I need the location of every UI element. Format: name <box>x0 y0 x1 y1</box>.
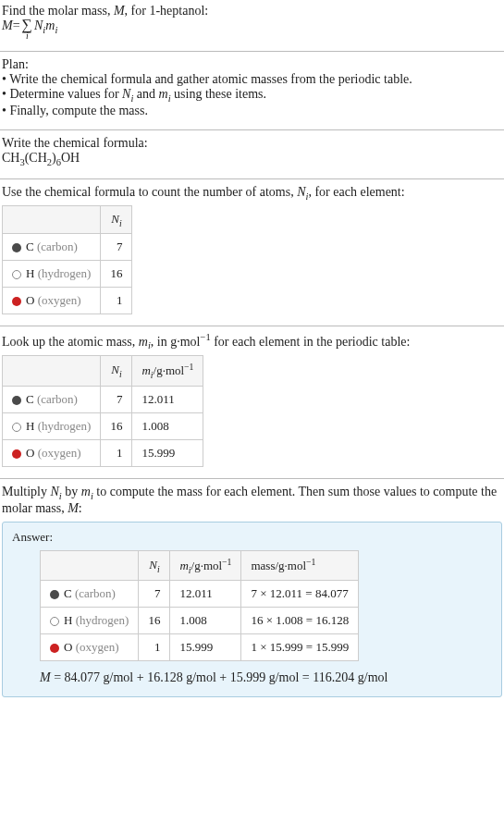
element-cell: H (hydrogen) <box>3 261 101 288</box>
element-symbol: O <box>64 640 72 654</box>
sum-symbol: ∑ i <box>22 18 32 40</box>
count-value: 7 <box>139 581 170 608</box>
col-ni: Ni <box>139 550 170 581</box>
atom-count-table: Ni C (carbon) 7 H (hydrogen) 16 O (oxyge… <box>2 205 132 315</box>
sum-index: i <box>26 31 29 40</box>
section-text: Look up the atomic mass, mi, in g·mol−1 … <box>2 332 502 350</box>
result-section: Multiply Ni by mi to compute the mass fo… <box>0 481 504 518</box>
var-n: N <box>297 185 305 199</box>
col-mass: mass/g·mol−1 <box>241 550 359 581</box>
element-name: (oxygen) <box>34 446 80 460</box>
col-ni: Ni <box>101 355 132 386</box>
table-row: O (oxygen) 1 15.999 <box>3 439 203 466</box>
final-calc: = 84.077 g/mol + 16.128 g/mol + 15.999 g… <box>51 670 388 684</box>
element-name: (carbon) <box>34 392 78 406</box>
count-value: 7 <box>101 234 132 261</box>
table-row: O (oxygen) 1 <box>3 288 132 314</box>
sigma: ∑ <box>22 18 32 31</box>
col-ni: Ni <box>101 205 132 234</box>
section-text: Use the chemical formula to count the nu… <box>2 185 502 202</box>
divider <box>0 178 504 179</box>
element-cell: H (hydrogen) <box>41 608 139 634</box>
col-mi: mi/g·mol−1 <box>132 355 203 386</box>
var-M: M <box>40 670 51 684</box>
count-value: 16 <box>101 261 132 288</box>
text: , for 1-heptanol: <box>125 4 209 18</box>
plan-section: Plan: • Write the chemical formula and g… <box>0 54 504 128</box>
element-dot-hydrogen <box>12 270 21 279</box>
element-symbol: C <box>26 392 34 406</box>
divider <box>0 129 504 130</box>
mass-value: 12.011 <box>132 386 203 412</box>
chemical-formula: CH3(CH2)6OH <box>2 151 502 167</box>
answer-label: Answer: <box>12 530 492 545</box>
count-value: 16 <box>139 608 170 634</box>
empty-header <box>3 205 101 234</box>
table-row: C (carbon) 7 <box>3 234 132 261</box>
atomic-mass-section: Look up the atomic mass, mi, in g·mol−1 … <box>0 328 504 475</box>
atom-count-section: Use the chemical formula to count the nu… <box>0 181 504 324</box>
element-name: (hydrogen) <box>34 419 91 433</box>
text: for each element in the periodic table: <box>211 335 411 349</box>
table-row: O (oxygen) 1 15.999 1 × 15.999 = 15.999 <box>41 634 359 661</box>
molar-mass-equation: M = ∑ i Nimi <box>2 18 502 40</box>
var-m: m <box>139 335 148 349</box>
element-symbol: H <box>64 613 72 627</box>
eq-lhs: M <box>2 18 13 33</box>
section-title: Write the chemical formula: <box>2 136 502 151</box>
mass-value: 1.008 <box>132 412 203 439</box>
divider <box>0 478 504 479</box>
atomic-mass-table: Ni mi/g·mol−1 C (carbon) 7 12.011 H (hyd… <box>2 355 203 467</box>
element-cell: C (carbon) <box>3 386 101 412</box>
element-symbol: C <box>64 586 72 600</box>
count-value: 1 <box>101 439 132 466</box>
element-dot-carbon <box>12 243 21 252</box>
formula-part: CH <box>2 151 19 165</box>
element-name: (hydrogen) <box>34 266 91 280</box>
element-name: (hydrogen) <box>72 613 129 627</box>
element-dot-carbon <box>12 396 21 405</box>
var-m: m <box>81 485 91 498</box>
chem-formula-section: Write the chemical formula: CH3(CH2)6OH <box>0 132 504 177</box>
plan-item: • Write the chemical formula and gather … <box>2 72 502 87</box>
text: Find the molar mass, <box>2 4 114 18</box>
text: Use the chemical formula to count the nu… <box>2 185 297 199</box>
element-cell: O (oxygen) <box>3 439 101 466</box>
eq-sign: = <box>13 18 20 33</box>
element-symbol: O <box>26 293 34 307</box>
element-dot-oxygen <box>12 297 21 306</box>
element-dot-hydrogen <box>50 617 59 626</box>
element-dot-hydrogen <box>12 423 21 432</box>
intro-line: Find the molar mass, M, for 1-heptanol: <box>2 4 502 18</box>
element-dot-oxygen <box>12 449 21 459</box>
answer-box: Answer: Ni mi/g·mol−1 mass/g·mol−1 C (ca… <box>2 522 502 698</box>
text: by <box>62 485 81 498</box>
mass-calc: 7 × 12.011 = 84.077 <box>241 581 359 608</box>
divider <box>0 51 504 52</box>
count-value: 16 <box>101 412 132 439</box>
text: Look up the atomic mass, <box>2 335 139 349</box>
col-mi: mi/g·mol−1 <box>170 550 241 581</box>
text: , for each element: <box>308 185 404 199</box>
element-cell: O (oxygen) <box>3 288 101 314</box>
mass-value: 15.999 <box>132 439 203 466</box>
count-value: 1 <box>101 288 132 314</box>
element-symbol: H <box>26 266 34 280</box>
element-cell: C (carbon) <box>3 234 101 261</box>
element-symbol: C <box>26 240 34 253</box>
empty-header <box>3 355 101 386</box>
count-value: 1 <box>139 634 170 661</box>
var-n: N <box>51 485 59 498</box>
mass-calc: 16 × 1.008 = 16.128 <box>241 608 359 634</box>
table-header-row: Ni <box>3 205 132 234</box>
var-m: m <box>159 87 168 101</box>
element-name: (oxygen) <box>72 640 118 654</box>
text: : <box>79 501 82 515</box>
section-text: Multiply Ni by mi to compute the mass fo… <box>2 485 502 516</box>
element-dot-oxygen <box>50 644 59 653</box>
table-row: H (hydrogen) 16 1.008 16 × 1.008 = 16.12… <box>41 608 359 634</box>
text: Multiply <box>2 485 51 498</box>
table-header-row: Ni mi/g·mol−1 <box>3 355 203 386</box>
eq-m-sub: i <box>55 25 57 35</box>
element-cell: O (oxygen) <box>41 634 139 661</box>
